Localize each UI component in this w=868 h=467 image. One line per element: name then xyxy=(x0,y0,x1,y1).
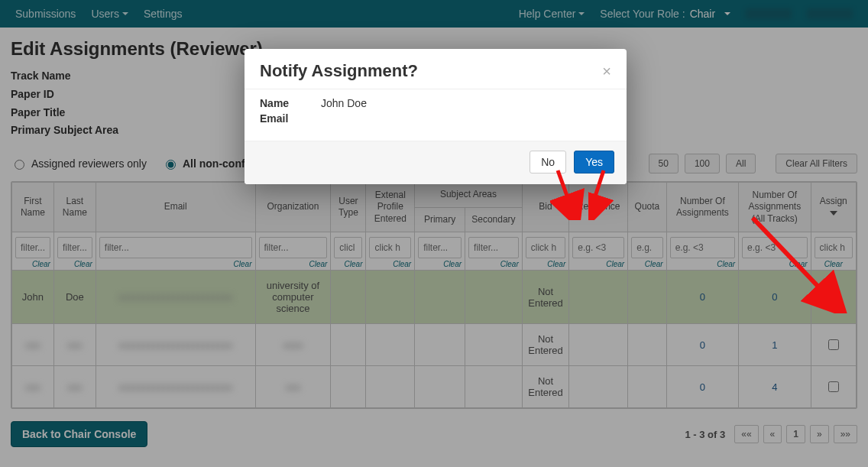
modal-yes-button[interactable]: Yes xyxy=(574,151,614,174)
modal-name-label: Name xyxy=(260,97,321,109)
modal-no-button[interactable]: No xyxy=(530,151,566,174)
modal-title: Notify Assignment? xyxy=(260,61,418,81)
modal-email-label: Email xyxy=(260,112,321,125)
modal-email-value xyxy=(321,112,611,125)
modal-name-value: John Doe xyxy=(321,97,611,109)
notify-assignment-modal: Notify Assignment? × Name John Doe Email… xyxy=(245,49,627,184)
modal-close-button[interactable]: × xyxy=(602,63,611,80)
